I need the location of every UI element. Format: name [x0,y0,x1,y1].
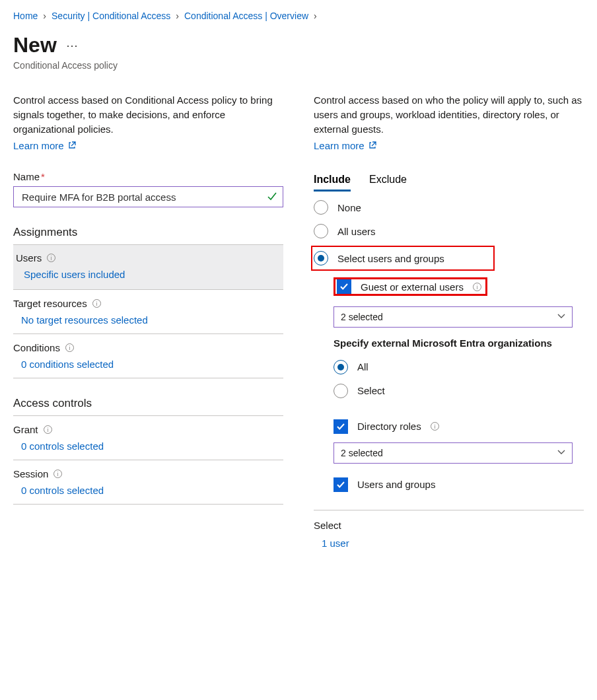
info-icon[interactable]: i [47,254,55,262]
info-icon[interactable]: i [53,470,62,478]
radio-none[interactable] [314,200,328,215]
radio-org-select[interactable] [334,384,348,398]
learn-more-link[interactable]: Learn more [13,140,76,151]
users-learn-more-link[interactable]: Learn more [314,140,376,151]
users-value[interactable]: Specific users included [24,269,278,280]
external-link-icon [369,140,376,151]
radio-org-all-label: All [357,361,369,372]
info-icon[interactable]: i [431,422,439,431]
learn-more-label: Learn more [13,140,64,151]
directory-roles-value: 2 selected [341,448,383,458]
svg-text:i: i [47,427,48,433]
select-heading: Select [314,520,584,531]
users-learn-more-label: Learn more [314,140,365,151]
name-label: Name* [13,171,283,182]
radio-org-select-label: Select [357,385,385,396]
chevron-down-icon [557,448,565,458]
users-description: Control access based on who the policy w… [314,93,584,136]
tab-exclude[interactable]: Exclude [369,170,407,192]
assignments-target-resources[interactable]: Target resources i No target resources s… [13,290,283,334]
radio-org-all[interactable] [334,360,348,374]
guest-types-dropdown[interactable]: 2 selected [334,306,573,328]
info-icon[interactable]: i [44,425,52,434]
target-resources-label: Target resources [13,298,87,309]
access-controls-session[interactable]: Session i 0 controls selected [13,460,283,505]
assignments-heading: Assignments [13,226,283,245]
radio-select-users-row[interactable]: Select users and groups [314,248,491,268]
breadcrumb-overview[interactable]: Conditional Access | Overview [184,11,308,21]
breadcrumb-security[interactable]: Security | Conditional Access [52,11,170,21]
highlight-guest-users: Guest or external users i [334,277,487,296]
checkbox-directory-roles-row[interactable]: Directory roles i [334,415,584,438]
svg-text:i: i [434,423,435,430]
users-label: Users [16,252,42,263]
checkbox-users-groups-row[interactable]: Users and groups [334,473,584,497]
policy-config-column: Control access based on Conditional Acce… [13,93,283,549]
conditions-label: Conditions [13,342,60,353]
include-exclude-tabs: Include Exclude [314,170,584,192]
external-orgs-heading: Specify external Microsoft Entra organiz… [334,337,584,350]
tab-include[interactable]: Include [314,170,351,192]
target-resources-value[interactable]: No target resources selected [21,314,283,326]
highlight-select-users: Select users and groups [311,246,495,271]
svg-text:i: i [476,284,477,291]
radio-org-select-row[interactable]: Select [334,379,584,403]
svg-text:i: i [51,255,52,262]
users-groups-label: Users and groups [357,479,435,490]
radio-all-users-label: All users [337,226,376,237]
svg-text:i: i [57,471,59,477]
more-actions-button[interactable]: ⋯ [66,40,78,52]
info-icon[interactable]: i [65,343,74,352]
assignments-users[interactable]: Users i Specific users included [13,245,283,290]
guest-types-value: 2 selected [341,312,383,322]
grant-label: Grant [13,424,38,435]
access-controls-heading: Access controls [13,397,283,416]
svg-text:i: i [96,300,97,307]
chevron-right-icon: › [314,11,317,21]
name-input-wrapper [13,186,283,207]
chevron-right-icon: › [176,11,179,21]
policy-description: Control access based on Conditional Acce… [13,93,283,136]
checkbox-guest-users[interactable] [337,279,351,294]
access-controls-grant[interactable]: Grant i 0 controls selected [13,416,283,460]
policy-name-input[interactable] [20,191,267,203]
valid-check-icon [267,191,277,203]
breadcrumb: Home › Security | Conditional Access › C… [13,11,584,21]
guest-users-label: Guest or external users [361,281,464,293]
page-title: New [13,33,57,57]
chevron-right-icon: › [43,11,46,21]
radio-select-users-label: Select users and groups [337,253,444,264]
session-label: Session [13,468,48,479]
directory-roles-label: Directory roles [357,421,421,432]
breadcrumb-home[interactable]: Home [13,11,38,21]
select-users-block: Select 1 user [314,510,584,549]
checkbox-directory-roles[interactable] [334,419,348,434]
radio-none-row[interactable]: None [314,195,584,219]
external-link-icon [68,140,76,151]
info-icon[interactable]: i [473,283,481,291]
users-detail-column: Control access based on who the policy w… [314,93,584,549]
conditions-value[interactable]: 0 conditions selected [21,359,283,370]
directory-roles-dropdown[interactable]: 2 selected [334,442,573,464]
svg-text:i: i [69,345,70,351]
session-value[interactable]: 0 controls selected [21,485,283,496]
radio-all-users[interactable] [314,224,328,238]
select-users-link[interactable]: 1 user [322,538,584,549]
chevron-down-icon [557,312,565,322]
assignments-conditions[interactable]: Conditions i 0 conditions selected [13,334,283,378]
radio-none-label: None [337,202,361,213]
radio-all-users-row[interactable]: All users [314,219,584,243]
info-icon[interactable]: i [92,299,101,308]
radio-org-all-row[interactable]: All [334,355,584,379]
radio-select-users[interactable] [314,251,328,265]
page-subtitle: Conditional Access policy [13,60,584,71]
grant-value[interactable]: 0 controls selected [21,440,283,452]
checkbox-users-groups[interactable] [334,477,348,492]
